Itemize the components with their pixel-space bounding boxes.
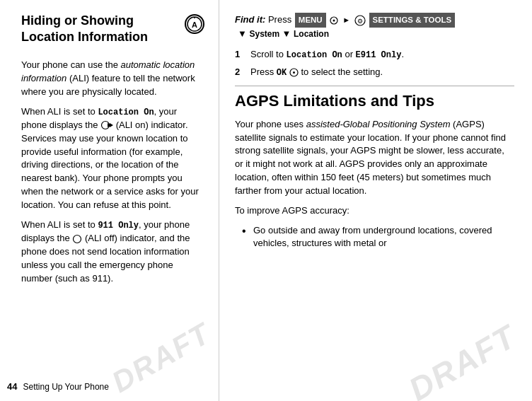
left-para-1: Your phone can use the automatic locatio… <box>21 59 204 99</box>
find-it-label: Find it: <box>235 14 265 25</box>
svg-point-6 <box>74 235 81 243</box>
draft-watermark-right: DRAFT <box>400 313 526 401</box>
location-on-step: Location On <box>287 50 342 60</box>
ali-off-icon <box>72 234 82 244</box>
svg-point-12 <box>293 71 295 74</box>
ok-button-step-icon <box>289 68 299 77</box>
ok-button-icon <box>330 16 338 25</box>
bullet-text-1: Go outside and away from underground loc… <box>253 224 514 251</box>
step-2: 2 Press OK to select the setting. <box>235 66 514 79</box>
bullet-item-1: • Go outside and away from underground l… <box>242 224 514 251</box>
911-only-code: 911 Only <box>98 221 139 231</box>
svg-point-8 <box>333 20 335 22</box>
system-label: System <box>250 29 282 39</box>
ali-on-icon <box>100 120 113 130</box>
location-on-code: Location On <box>98 107 154 117</box>
step-2-text: Press OK to select the setting. <box>250 66 514 79</box>
ali-italic: automatic location information <box>21 59 195 83</box>
settings-tools-label: SETTINGS & TOOLS <box>369 13 456 28</box>
step-1-text: Scroll to Location On or E911 Only. <box>250 48 514 62</box>
agps-italic: assisted-Global Positioning System <box>306 119 451 129</box>
arrow-2: ▼ <box>238 28 247 39</box>
title-icon: A <box>185 14 204 34</box>
ok-step: OK <box>277 68 287 78</box>
ali-off-indicator <box>72 234 82 244</box>
location-icon-svg: A <box>187 16 202 32</box>
svg-text:A: A <box>192 21 197 29</box>
right-page: Find it: Press MENU ► ⚙ SETTINGS & TOOLS… <box>219 0 532 401</box>
svg-text:⚙: ⚙ <box>357 18 363 25</box>
draft-watermark-left: DRAFT <box>104 313 219 401</box>
find-it-press: Press <box>268 14 294 25</box>
page-container: Hiding or Showing Location Information A… <box>0 0 532 401</box>
settings-tools-icon: ⚙ <box>354 15 366 26</box>
step-2-number: 2 <box>235 66 250 79</box>
location-label-right: Location <box>294 29 329 39</box>
menu-label: MENU <box>295 13 326 28</box>
agps-body-1: Your phone uses assisted-Global Position… <box>235 118 514 198</box>
page-footer: 44 Setting Up Your Phone <box>7 380 109 394</box>
bullet-dot-1: • <box>242 224 253 238</box>
page-label: Setting Up Your Phone <box>23 381 108 393</box>
left-title: Hiding or Showing Location Information <box>21 13 180 45</box>
left-para-3: When ALI is set to 911 Only, your phone … <box>21 219 204 286</box>
agps-title: AGPS Limitations and Tips <box>235 92 514 110</box>
step-1: 1 Scroll to Location On or E911 Only. <box>235 48 514 62</box>
left-page: Hiding or Showing Location Information A… <box>0 0 219 401</box>
agps-body-2: To improve AGPS accuracy: <box>235 204 514 218</box>
center-dot-icon <box>330 16 340 24</box>
step-1-number: 1 <box>235 48 250 62</box>
find-it-block: Find it: Press MENU ► ⚙ SETTINGS & TOOLS… <box>235 13 514 41</box>
arrow-1: ► <box>342 16 350 24</box>
agps-bullets: • Go outside and away from underground l… <box>242 224 514 251</box>
ok-circle-icon <box>289 68 299 77</box>
arrow-3: ▼ <box>282 28 291 39</box>
ali-on-indicator <box>100 120 113 130</box>
steps-list: 1 Scroll to Location On or E911 Only. 2 … <box>235 48 514 80</box>
page-number: 44 <box>7 380 17 394</box>
e911-only-step: E911 Only <box>356 50 402 60</box>
section-divider <box>235 86 514 86</box>
left-para-2: When ALI is set to Location On, your pho… <box>21 105 204 212</box>
